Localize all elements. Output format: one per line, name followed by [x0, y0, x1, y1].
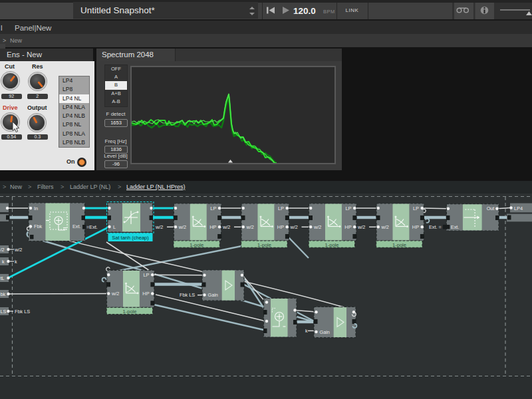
svg-text:bk: bk [1, 291, 6, 297]
svg-text:L: L [113, 224, 116, 230]
svg-text:Fbk LS: Fbk LS [15, 309, 30, 315]
svg-text:k: k [2, 259, 5, 265]
svg-text:Ext.: Ext. [451, 224, 460, 230]
svg-text:w/2: w/2 [290, 224, 298, 230]
svg-text:w/2: w/2 [222, 224, 230, 230]
svg-text:Ext.: Ext. [72, 223, 81, 229]
svg-text:LS: LS [1, 309, 7, 315]
svg-text:Fbk LS: Fbk LS [180, 292, 195, 298]
svg-text:k: k [305, 328, 308, 334]
svg-text:k: k [15, 259, 17, 265]
svg-text:/2: /2 [1, 247, 5, 253]
svg-text:=Ext.: =Ext. [86, 224, 98, 230]
svg-text:w/2: w/2 [14, 247, 22, 253]
svg-text:tL: tL [1, 275, 5, 281]
svg-text:Ext. =: Ext. = [429, 224, 442, 230]
svg-text:Sat tanh (cheap): Sat tanh (cheap) [112, 235, 149, 241]
svg-text:Fbk: Fbk [34, 223, 43, 229]
svg-text:LP4: LP4 [514, 205, 523, 211]
svg-text:w/2: w/2 [155, 224, 163, 230]
svg-text:In: In [34, 205, 38, 211]
svg-text:Out: Out [487, 205, 495, 211]
svg-text:w/2: w/2 [357, 224, 365, 230]
